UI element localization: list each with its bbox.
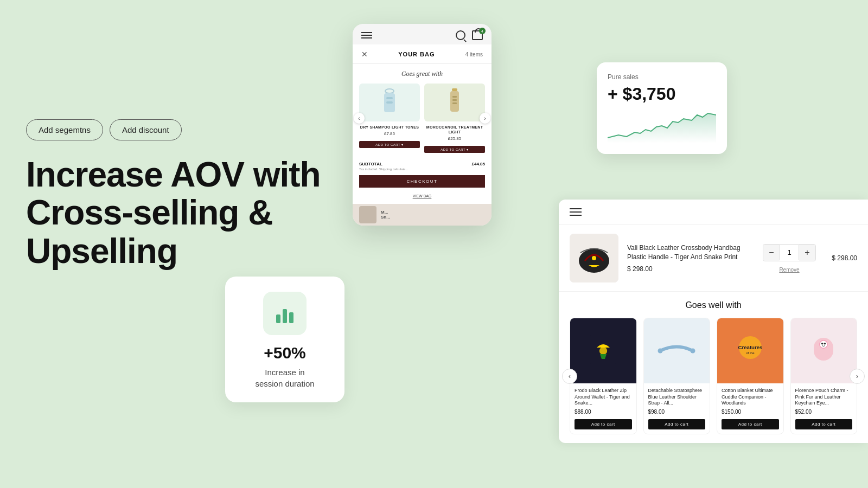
right-cart-product-price: $ 298.00 <box>627 265 754 273</box>
subtotal-row: SUBTOTAL £44.85 <box>359 162 485 166</box>
cart-count: 4 items <box>465 52 483 57</box>
stats-card: +50% Increase insession duration <box>225 277 344 402</box>
gw-item4-price: $52.00 <box>795 409 853 415</box>
goes-great-section: Goes great with ‹ DRY SHAMPOO LIGHT TONE… <box>353 63 492 157</box>
stats-icon-box <box>263 292 307 335</box>
add-discount-button[interactable]: Add discount <box>110 119 182 140</box>
quantity-stepper[interactable]: − 1 + <box>763 244 816 261</box>
qty-value: 1 <box>780 245 799 260</box>
carousel-left-arrow[interactable]: ‹ <box>354 113 365 124</box>
goes-well-title: Goes well with <box>570 300 857 310</box>
mobile-product-thumb <box>359 206 376 223</box>
bag-icon-wrapper[interactable]: 4 <box>472 30 483 40</box>
button-row: Add segemtns Add discount <box>26 119 341 140</box>
svg-text:Creatures: Creatures <box>738 344 762 350</box>
svg-point-13 <box>599 347 607 355</box>
headline: Increase AOV with Cross-selling & Upsell… <box>26 156 341 270</box>
qty-increase-button[interactable]: + <box>799 245 815 261</box>
headline-line2: Cross-selling & <box>26 194 341 232</box>
bar1 <box>276 314 280 323</box>
close-icon[interactable]: ✕ <box>361 50 368 59</box>
product2-name: MOROCCANOIL TREATMENT LIGHT <box>424 125 485 134</box>
subtotal-value: £44.85 <box>472 162 485 166</box>
right-cart-product-name: Vali Black Leather Crossbody Handbag Pla… <box>627 243 754 262</box>
goes-great-title: Goes great with <box>359 70 485 78</box>
gw-item1-info: Frodo Black Leather Zip Around Wallet - … <box>570 383 636 434</box>
right-hamburger-icon[interactable] <box>570 208 857 216</box>
right-cart-product-info: Vali Black Leather Crossbody Handbag Pla… <box>627 243 754 273</box>
sparkline-chart <box>608 111 716 143</box>
cart-footer: SUBTOTAL £44.85 Tax included. Shipping c… <box>353 157 492 204</box>
svg-rect-5 <box>450 91 459 112</box>
qty-decrease-button[interactable]: − <box>763 245 780 261</box>
goes-well-items: Frodo Black Leather Zip Around Wallet - … <box>570 318 857 434</box>
gw-item3-image: Creatures of the <box>717 318 783 383</box>
svg-rect-8 <box>452 102 457 104</box>
svg-point-21 <box>821 343 824 345</box>
svg-rect-3 <box>386 101 393 104</box>
gw-item3-add-button[interactable]: Add to cart <box>722 419 779 429</box>
gw-item3-name: Cotton Blanket Ultimate Cuddle Companion… <box>722 388 779 407</box>
svg-point-20 <box>820 341 827 348</box>
mobile-top-icons: 4 <box>456 30 483 40</box>
gw-item4-image <box>791 318 857 383</box>
gw-item3-info: Cotton Blanket Ultimate Cuddle Companion… <box>717 383 783 434</box>
product2-price: £25.85 <box>424 136 485 141</box>
stats-label: Increase insession duration <box>240 367 329 389</box>
gw-item-4: Florence Pouch Charm - Pink Fur and Leat… <box>790 318 858 434</box>
gw-item3-price: $150.00 <box>722 409 779 415</box>
gw-item2-info: Detachable Stratosphere Blue Leather Sho… <box>644 383 710 434</box>
qty-total-col: − 1 + Remove <box>763 244 816 273</box>
gw-item4-info: Florence Pouch Charm - Pink Fur and Leat… <box>791 383 857 434</box>
gw-item2-add-button[interactable]: Add to cart <box>648 419 706 429</box>
gw-item2-name: Detachable Stratosphere Blue Leather Sho… <box>648 388 706 407</box>
left-section: Add segemtns Add discount Increase AOV w… <box>26 119 341 270</box>
gw-next-button[interactable]: › <box>850 369 865 384</box>
svg-point-11 <box>592 256 596 260</box>
gw-item1-add-button[interactable]: Add to cart <box>575 419 632 429</box>
remove-link[interactable]: Remove <box>779 267 799 273</box>
product1-price: £7.85 <box>359 131 420 136</box>
mobile-cart-mockup: 4 ✕ YOUR BAG 4 items Goes great with ‹ <box>353 24 492 226</box>
svg-point-15 <box>691 349 695 354</box>
checkout-button[interactable]: CHECKOUT <box>359 175 485 188</box>
product1-image <box>359 84 420 121</box>
search-icon[interactable] <box>456 30 465 40</box>
svg-text:of the: of the <box>746 351 755 355</box>
product1-name: DRY SHAMPOO LIGHT TONES <box>359 125 420 130</box>
mobile-top-bar: 4 <box>353 24 492 44</box>
svg-point-14 <box>658 349 663 354</box>
svg-rect-0 <box>385 89 394 93</box>
gw-item4-name: Florence Pouch Charm - Pink Fur and Leat… <box>795 388 853 407</box>
product1-add-btn[interactable]: ADD TO CART ▾ <box>359 141 420 148</box>
hamburger-icon[interactable] <box>361 30 372 40</box>
goes-well-wrapper: ‹ Frodo Black Leather Zip Around Wallet … <box>570 318 857 434</box>
gw-item1-name: Frodo Black Leather Zip Around Wallet - … <box>575 388 632 407</box>
gw-item2-price: $98.00 <box>648 409 706 415</box>
carousel-right-arrow[interactable]: › <box>480 113 490 124</box>
right-cart-product-image <box>570 234 618 282</box>
cart-title: YOUR BAG <box>398 51 435 57</box>
svg-rect-6 <box>452 96 457 98</box>
goes-well-section: Goes well with ‹ Frodo Black Leather Zip <box>559 292 868 443</box>
mobile-bottom-label: M...Sh... <box>381 210 390 220</box>
svg-rect-2 <box>386 97 393 99</box>
mobile-bottom-section: M...Sh... <box>353 204 492 226</box>
gw-prev-button[interactable]: ‹ <box>562 369 577 384</box>
right-cart-panel: Vali Black Leather Crossbody Handbag Pla… <box>559 200 868 443</box>
gw-item1-price: $88.00 <box>575 409 632 415</box>
headline-line1: Increase AOV with <box>26 156 341 194</box>
sales-number: + $3,750 <box>608 84 716 104</box>
svg-point-22 <box>824 343 826 345</box>
add-segments-button[interactable]: Add segemtns <box>26 119 103 140</box>
subtotal-label: SUBTOTAL <box>359 162 382 166</box>
gw-item-2: Detachable Stratosphere Blue Leather Sho… <box>643 318 711 434</box>
view-bag-button[interactable]: VIEW BAG <box>359 194 485 198</box>
cart-header: ✕ YOUR BAG 4 items <box>353 44 492 63</box>
svg-point-10 <box>579 249 609 273</box>
product2-add-btn[interactable]: ADD TO CART ▾ <box>424 146 485 153</box>
bar2 <box>283 309 287 323</box>
product-mini-card-2: MOROCCANOIL TREATMENT LIGHT £25.85 ADD T… <box>424 84 485 153</box>
gw-item4-add-button[interactable]: Add to cart <box>795 419 853 429</box>
product-mini-card-1: DRY SHAMPOO LIGHT TONES £7.85 ADD TO CAR… <box>359 84 420 148</box>
